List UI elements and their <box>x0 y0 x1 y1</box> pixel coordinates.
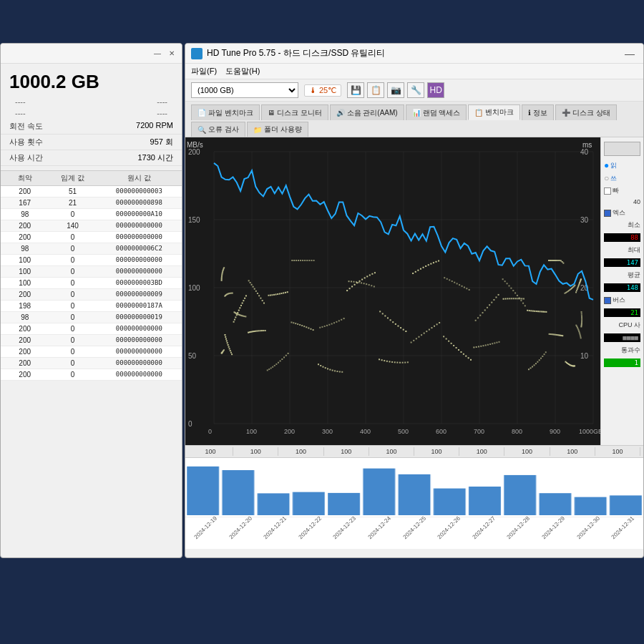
timeline-header-cell: 100 <box>414 447 459 456</box>
table-row: 98 0 000000000A10 <box>1 209 182 220</box>
timeline-header-cell: 100 <box>504 447 550 456</box>
tab-file-benchmark[interactable]: 📄 파일 벤치마크 <box>191 104 260 120</box>
date-cell: 2024-12-19 <box>191 513 220 542</box>
data-table: 200 51 000000000003 167 21 000000000898 … <box>1 186 182 381</box>
fast-checkbox[interactable]: 빠 <box>604 186 640 195</box>
timeline-header-cell: 100 <box>595 447 640 456</box>
tab-info[interactable]: ℹ 정보 <box>522 104 554 120</box>
table-row: 100 0 000000000000 <box>1 255 182 266</box>
table-row: 200 0 000000000000 <box>1 232 182 243</box>
tab-noise[interactable]: 🔊 소음 관리(AAM) <box>330 104 404 120</box>
minimize-btn[interactable]: — <box>152 48 163 59</box>
app-icon <box>191 48 203 59</box>
cpu-label: CPU 사 <box>604 321 640 330</box>
table-row: 200 0 000000000000 <box>1 358 182 369</box>
date-cell: 2024-12-22 <box>296 513 325 542</box>
pass-label: 통과수 <box>604 346 640 355</box>
disk-size-label: 1000.2 GB <box>1 64 182 96</box>
date-cell: 2024-12-21 <box>260 513 290 542</box>
table-row: 167 21 000000000898 <box>1 197 182 209</box>
date-cell: 2024-12-27 <box>469 513 499 542</box>
icon-btn-5[interactable]: HD <box>427 82 444 98</box>
max-value: 147 <box>604 258 640 267</box>
burst-checkbox[interactable]: 버스 <box>604 296 640 305</box>
tab-random[interactable]: 📊 랜덤 액세스 <box>406 104 467 120</box>
tab-error[interactable]: 🔍 오류 검사 <box>191 122 245 137</box>
date-cell: 2024-12-26 <box>434 513 464 542</box>
chart-side-panel: ● 읽 ○ 쓰 빠 40 엑스 최소 88 최대 147 평균 148 <box>600 137 643 445</box>
side-input-box[interactable] <box>604 142 640 156</box>
extra-checkbox[interactable]: 엑스 <box>604 208 640 218</box>
max-label: 최대 <box>604 245 640 255</box>
table-row: 200 0 000000000000 <box>1 323 182 335</box>
usage-row: 사용 횟수 957 회 <box>1 135 182 150</box>
date-cell: 2024-12-23 <box>330 513 359 542</box>
bg-top-left <box>0 0 185 43</box>
bg-top-right <box>185 0 644 43</box>
icon-btn-3[interactable]: 📷 <box>387 82 404 98</box>
min-value: 88 <box>604 233 640 242</box>
left-panel: — ✕ 1000.2 GB ---- ---- ---- ---- 회전 속도 … <box>0 43 182 558</box>
min-label: 최소 <box>604 220 640 230</box>
timeline-header-cell: 100 <box>550 447 595 456</box>
cpu-value: ■■■■ <box>604 333 640 342</box>
menu-help[interactable]: 도움말(H) <box>225 66 260 77</box>
icon-btn-4[interactable]: 🔧 <box>407 82 424 98</box>
timeline-header: 100100100100100100100100100100 <box>185 446 643 458</box>
timeline-header-cell: 100 <box>278 447 323 456</box>
num40-label: 40 <box>604 198 640 205</box>
date-cell: 2024-12-20 <box>226 513 255 542</box>
table-row: 200 51 000000000003 <box>1 186 182 197</box>
table-row: 200 0 000000000009 <box>1 289 182 301</box>
menubar: 파일(F) 도움말(H) <box>185 64 643 79</box>
tab-benchmark[interactable]: 📋 벤치마크 <box>468 104 520 120</box>
timeline-canvas <box>185 458 643 515</box>
date-cell: 2024-12-24 <box>365 513 394 542</box>
table-row: 100 0 000000000000 <box>1 266 182 278</box>
table-row: 98 0 0000000006C2 <box>1 243 182 255</box>
tab-disk-status[interactable]: ➕ 디스크 상태 <box>555 104 617 120</box>
table-row: 200 0 000000000000 <box>1 335 182 346</box>
table-row: 200 140 000000000000 <box>1 220 182 232</box>
date-cell: 2024-12-25 <box>400 513 429 542</box>
rpm-row: 회전 속도 7200 RPM <box>1 119 182 135</box>
main-panel: HD Tune Pro 5.75 - 하드 디스크/SSD 유틸리티 — 파일(… <box>185 43 644 558</box>
date-cell: 2024-12-29 <box>539 513 568 542</box>
table-row: 200 0 000000000000 <box>1 369 182 381</box>
tab-folder[interactable]: 📁 폴더 사용량 <box>247 122 308 137</box>
date-cell: 2024-12-28 <box>504 513 533 542</box>
table-row: 198 0 00000000187A <box>1 301 182 312</box>
timeline-header-cell: 100 <box>324 447 369 456</box>
timeline-header-cell: 100 <box>369 447 414 456</box>
app-title: HD Tune Pro 5.75 - 하드 디스크/SSD 유틸리티 <box>207 47 618 59</box>
avg-label: 평균 <box>604 270 640 280</box>
main-titlebar: HD Tune Pro 5.75 - 하드 디스크/SSD 유틸리티 — <box>185 44 643 64</box>
chart-container: ● 읽 ○ 쓰 빠 40 엑스 최소 88 최대 147 평균 148 <box>185 137 643 445</box>
tab-disk-monitor[interactable]: 🖥 디스크 모니터 <box>261 104 328 120</box>
table-row: 100 0 0000000003BD <box>1 278 182 289</box>
table-row: 98 0 000000000019 <box>1 312 182 323</box>
timeline-header-cell: 100 <box>233 447 278 456</box>
date-cell: 2024-12-31 <box>608 513 638 542</box>
write-radio[interactable]: ○ 쓰 <box>604 173 640 183</box>
pass-value: 1 <box>604 358 640 367</box>
timeline-header-cell: 100 <box>459 447 504 456</box>
burst-value: 21 <box>604 308 640 317</box>
dash-row-2: ---- ---- <box>1 107 182 119</box>
chart-main <box>185 137 600 445</box>
left-titlebar: — ✕ <box>1 44 182 64</box>
temperature-badge: 🌡 25℃ <box>304 84 341 97</box>
date-row: 2024-12-192024-12-202024-12-212024-12-22… <box>185 517 643 532</box>
table-row: 200 0 000000000000 <box>1 346 182 358</box>
benchmark-canvas <box>185 137 600 445</box>
read-radio[interactable]: ● 읽 <box>604 160 640 170</box>
menu-file[interactable]: 파일(F) <box>191 66 217 77</box>
icon-btn-2[interactable]: 📋 <box>367 82 384 98</box>
icon-btn-1[interactable]: 💾 <box>347 82 364 98</box>
table-header: 최악 임계 값 원시 값 <box>1 170 182 186</box>
main-minimize-btn[interactable]: — <box>622 48 638 59</box>
toolbar-icons: 💾 📋 📷 🔧 HD <box>347 82 444 98</box>
disk-select[interactable]: (1000 GB) <box>191 82 298 98</box>
dash-row-1: ---- ---- <box>1 96 182 107</box>
close-btn[interactable]: ✕ <box>166 48 177 59</box>
